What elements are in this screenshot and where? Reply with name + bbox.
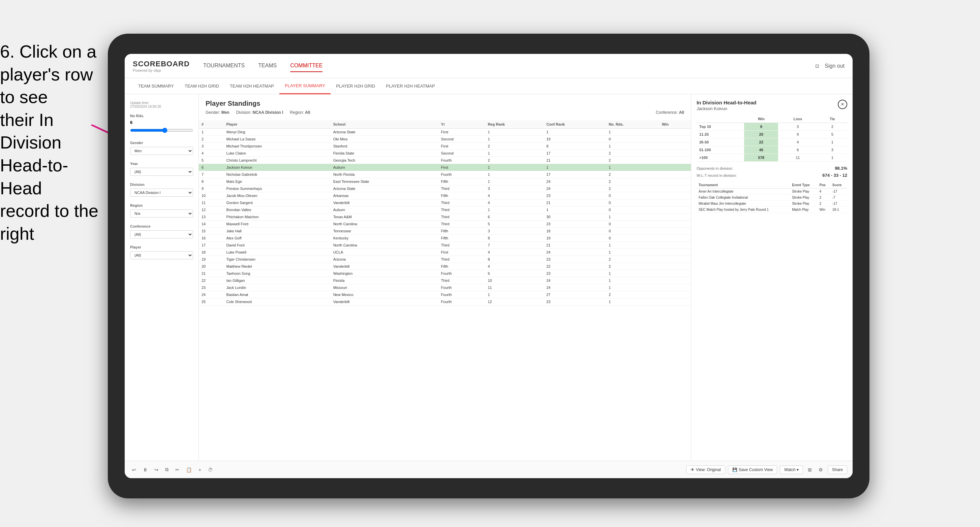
- h2h-breakdown-table: Win Loss Tie Top 10 8 3 2 11-25 20 9 5 2…: [697, 115, 847, 162]
- cell-reg: 4: [485, 249, 544, 256]
- cell-conf: 1: [544, 129, 606, 136]
- cell-num: 19: [199, 256, 224, 263]
- sub-nav-player-h2h-heatmap[interactable]: PLAYER H2H HEATMAP: [380, 78, 440, 94]
- player-select[interactable]: (All): [130, 251, 193, 259]
- cell-rds: 2: [606, 150, 659, 157]
- sub-nav: TEAM SUMMARY TEAM H2H GRID TEAM H2H HEAT…: [125, 78, 853, 94]
- sub-nav-player-summary[interactable]: PLAYER SUMMARY: [279, 78, 331, 94]
- table-row[interactable]: 3 Michael Thorbjornsen Stanford First 2 …: [199, 143, 691, 150]
- nav-tournaments[interactable]: TOURNAMENTS: [203, 60, 245, 72]
- h2h-close-button[interactable]: ×: [838, 100, 847, 109]
- h2h-row: 11-25 20 9 5: [697, 131, 847, 138]
- cell-yr: Fourth: [438, 298, 485, 305]
- cell-num: 7: [199, 171, 224, 178]
- tournament-cell-pos: 2: [818, 201, 830, 207]
- nav-teams[interactable]: TEAMS: [258, 60, 277, 72]
- cell-reg: 12: [485, 298, 544, 305]
- table-row[interactable]: 12 Brendan Valles Auburn Third 1 1 0: [199, 206, 691, 213]
- h2h-cell-tie: 5: [817, 131, 847, 138]
- share-button[interactable]: Share: [828, 465, 847, 474]
- table-row[interactable]: 14 Maxwell Ford North Carolina Third 5 2…: [199, 221, 691, 228]
- table-row[interactable]: 7 Nicholas Gabrelcik North Florida Fourt…: [199, 171, 691, 178]
- sub-nav-team-summary[interactable]: TEAM SUMMARY: [133, 78, 179, 94]
- cell-school: North Florida: [331, 171, 438, 178]
- h2h-row: Top 10 8 3 2: [697, 123, 847, 131]
- h2h-stats: Opponents in division: 98.1% W-L-T recor…: [697, 166, 847, 178]
- cell-yr: Third: [438, 256, 485, 263]
- table-row[interactable]: 4 Luke Claton Florida State Second 1 17 …: [199, 150, 691, 157]
- division-select[interactable]: NCAA Division I: [130, 189, 193, 197]
- table-row[interactable]: 8 Mats Ege East Tennessee State Fifth 1 …: [199, 178, 691, 185]
- undo-icon[interactable]: ↩: [130, 466, 138, 474]
- table-row[interactable]: 18 Luke Powell UCLA First 4 24 1: [199, 249, 691, 256]
- redo-icon[interactable]: ↪: [152, 466, 161, 474]
- gender-select[interactable]: Men Women: [130, 147, 193, 155]
- cell-player: Ian Gilligan: [224, 277, 331, 284]
- table-row[interactable]: 17 David Ford North Carolina Third 7 21 …: [199, 242, 691, 249]
- layout-icon[interactable]: ⊞: [806, 466, 814, 474]
- h2h-cell-tie: 1: [817, 138, 847, 146]
- view-original-button[interactable]: 👁 View: Original: [686, 465, 725, 474]
- cell-rds: 0: [606, 228, 659, 235]
- filter-region: Region: All: [290, 110, 310, 115]
- table-row[interactable]: 21 Taehoon Song Washington Fourth 6 23 1: [199, 270, 691, 277]
- conference-select[interactable]: (All): [130, 230, 193, 238]
- sub-nav-player-h2h-grid[interactable]: PLAYER H2H GRID: [331, 78, 380, 94]
- table-row[interactable]: 11 Gordon Sargent Vanderbilt Third 4 21 …: [199, 199, 691, 206]
- cell-num: 10: [199, 192, 224, 199]
- cell-school: Kentucky: [331, 235, 438, 242]
- h2h-cell-win: 578: [744, 154, 778, 162]
- table-row[interactable]: 6 Jackson Koivun Auburn First 1 1 1: [199, 164, 691, 171]
- cell-player: Nicholas Gabrelcik: [224, 171, 331, 178]
- settings-icon[interactable]: ⚙: [816, 466, 825, 474]
- table-row[interactable]: 15 Jake Hall Tennessee Fifth 3 18 0: [199, 228, 691, 235]
- cell-rds: 2: [606, 185, 659, 192]
- year-select[interactable]: (All): [130, 168, 193, 176]
- cell-school: Washington: [331, 270, 438, 277]
- add-icon[interactable]: +: [196, 466, 203, 474]
- cell-school: Vanderbilt: [331, 263, 438, 270]
- save-custom-view-button[interactable]: 💾 Save Custom View: [728, 465, 777, 474]
- sub-nav-team-h2h-grid[interactable]: TEAM H2H GRID: [179, 78, 224, 94]
- cell-rds: 1: [606, 284, 659, 291]
- table-row[interactable]: 9 Preston Summerhays Arizona State Third…: [199, 185, 691, 192]
- rds-slider[interactable]: [130, 128, 193, 133]
- table-row[interactable]: 1 Wenyi Ding Arizona State First 1 1 1: [199, 129, 691, 136]
- table-row[interactable]: 19 Tiger Christensen Arizona Third 8 23 …: [199, 256, 691, 263]
- table-row[interactable]: 25 Cole Sherwood Vanderbilt Fourth 12 23…: [199, 298, 691, 305]
- col-reg-rank: Reg Rank: [485, 120, 544, 129]
- copy-icon[interactable]: ⧉: [163, 465, 170, 474]
- cell-rds: 1: [606, 298, 659, 305]
- cell-win: [659, 129, 691, 136]
- nav-committee[interactable]: COMMITTEE: [290, 60, 323, 72]
- cell-reg: 10: [485, 277, 544, 284]
- sub-nav-team-h2h-heatmap[interactable]: TEAM H2H HEATMAP: [224, 78, 279, 94]
- tournament-cell-type: Stroke Play: [790, 189, 817, 195]
- table-row[interactable]: 2 Michael La Sasse Ole Miss Second 1 19 …: [199, 136, 691, 143]
- watch-button[interactable]: Watch ▾: [780, 465, 803, 474]
- region-select[interactable]: N/a: [130, 210, 193, 217]
- pause-icon[interactable]: ⏸: [141, 466, 150, 474]
- standings-table-container[interactable]: # Player School Yr Reg Rank Conf Rank No…: [199, 120, 691, 461]
- cut-icon[interactable]: ✂: [173, 466, 181, 474]
- tournament-row: Mirabel Maui Jim Intercollegiate Stroke …: [697, 201, 847, 207]
- table-row[interactable]: 24 Bastian Amat New Mexico Fourth 1 27 2: [199, 291, 691, 298]
- table-row[interactable]: 5 Christo Lamprecht Georgia Tech Fourth …: [199, 157, 691, 164]
- cell-yr: First: [438, 164, 485, 171]
- cell-school: Missouri: [331, 284, 438, 291]
- cell-rds: 1: [606, 164, 659, 171]
- tournament-cell-pos: 4: [818, 189, 830, 195]
- timer-icon[interactable]: ⏱: [206, 466, 215, 474]
- h2h-table-header: Win Loss Tie: [697, 115, 847, 123]
- table-row[interactable]: 10 Jacob Mou-Olesen Arkansas Fifth 4 23 …: [199, 192, 691, 199]
- sign-out-link[interactable]: Sign out: [825, 60, 845, 72]
- paste-icon[interactable]: 📋: [184, 466, 194, 474]
- table-row[interactable]: 16 Alex Goff Kentucky Fifth 8 19 0: [199, 235, 691, 242]
- cell-win: [659, 249, 691, 256]
- cell-num: 5: [199, 157, 224, 164]
- table-row[interactable]: 23 Jack Lundin Missouri Fourth 11 24 1: [199, 284, 691, 291]
- table-row[interactable]: 20 Matthew Riedel Vanderbilt Fifth 4 22 …: [199, 263, 691, 270]
- table-row[interactable]: 22 Ian Gilligan Florida Third 10 24 1: [199, 277, 691, 284]
- table-row[interactable]: 13 Phichakon Maichon Texas A&M Third 6 3…: [199, 213, 691, 221]
- cell-rds: 1: [606, 143, 659, 150]
